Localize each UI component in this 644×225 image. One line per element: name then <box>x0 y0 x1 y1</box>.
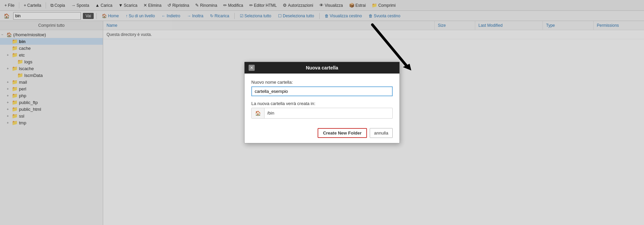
folder-name-input[interactable] <box>251 86 393 96</box>
svg-line-0 <box>372 25 406 65</box>
modal-body: Nuovo nome cartella: La nuova cartella v… <box>245 74 399 125</box>
location-label: La nuova cartella verrà creata in: <box>251 101 393 106</box>
cancel-button[interactable]: annulla <box>370 128 393 138</box>
modal-overlay: ✕ Nuova cartella Nuovo nome cartella: La… <box>0 0 644 225</box>
location-path: /bin <box>264 108 392 118</box>
location-row: 🏠 /bin <box>251 108 393 119</box>
create-new-folder-button[interactable]: Create New Folder <box>318 128 367 138</box>
modal-title: Nuova cartella <box>255 65 389 70</box>
location-home-icon: 🏠 <box>252 108 264 118</box>
new-folder-modal: ✕ Nuova cartella Nuovo nome cartella: La… <box>244 62 400 143</box>
modal-close-button[interactable]: ✕ <box>249 65 255 71</box>
folder-name-label: Nuovo nome cartella: <box>251 80 393 85</box>
modal-footer: Create New Folder annulla <box>245 125 399 143</box>
modal-header: ✕ Nuova cartella <box>245 62 399 74</box>
svg-marker-1 <box>403 64 411 70</box>
